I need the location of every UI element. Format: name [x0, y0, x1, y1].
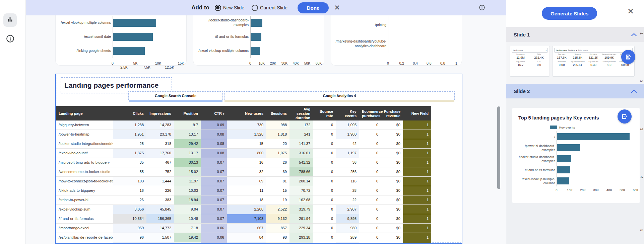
page-marker: 3	[640, 128, 644, 130]
radio-current-slide[interactable]: Current Slide	[252, 5, 287, 11]
column-header-ctr[interactable]: CTR▾	[201, 110, 227, 117]
info-icon[interactable]	[479, 4, 485, 12]
axis-tick: 10K	[155, 61, 162, 65]
value-cell: 2,522	[266, 205, 289, 214]
landing-page-cell: /compare-two-columns-excel-vlook...	[56, 242, 113, 244]
metric-label: Avg. position	[511, 61, 530, 63]
axis-tick: 60K	[633, 188, 639, 192]
add-slide-button[interactable]	[621, 50, 635, 64]
value-cell: 667	[227, 224, 266, 233]
mini-scorecard: Key event rate0.30	[585, 61, 601, 67]
column-header-clicks: Clicks	[113, 110, 146, 117]
metric-label: Impressions	[511, 54, 530, 55]
axis-tick: 50K	[620, 188, 625, 192]
value-cell: 0	[313, 139, 336, 148]
value-cell: 7.18	[174, 224, 201, 233]
info-icon[interactable]	[5, 33, 15, 44]
add-to-label: Add to	[191, 4, 209, 11]
value-cell: $0	[381, 139, 403, 148]
preview-scorecard-group-gsc: Landing page ▾ Impressions11.9MClicks232…	[510, 46, 550, 77]
value-cell: 19.42	[174, 233, 201, 242]
table-row: /excel-vba-countif1,37517,76013.170.0880…	[56, 149, 431, 158]
value-cell: 0.07	[201, 177, 227, 186]
value-cell: $0	[381, 167, 403, 176]
value-cell: 1,223	[227, 242, 266, 244]
value-cell: 14,772	[146, 224, 174, 233]
column-header-sessions: Sessions	[266, 110, 289, 117]
value-cell: 293.18	[289, 233, 313, 242]
value-cell: $0	[381, 186, 403, 195]
bar	[557, 144, 580, 151]
value-cell: 291.94	[289, 214, 313, 223]
axis-tick: 0.6	[427, 61, 432, 65]
chevron-up-icon[interactable]	[631, 33, 637, 36]
table-row: /woocommerce-to-looker-studio5575215.020…	[56, 167, 431, 177]
landing-page-dropdown[interactable]: Landing page ▾	[512, 48, 548, 53]
group-header-google-analytics-4[interactable]: Google Analytics 4	[224, 91, 455, 100]
value-cell: 319.79	[289, 205, 313, 214]
slides-panel: Generate Slides ✕ Slide 1 Landing page ▾…	[506, 0, 644, 244]
slide-2-header[interactable]: Slide 2	[506, 84, 644, 98]
value-cell: 20	[266, 139, 289, 148]
chart-row: /pricing	[335, 16, 456, 34]
bar	[113, 47, 145, 55]
add-slide-button[interactable]	[618, 109, 632, 124]
dropdown-label: Landing page	[513, 49, 523, 51]
value-cell: 0.07	[201, 167, 227, 176]
chart-row: /power-bi-dashboard-examples	[516, 142, 636, 153]
group-header-google-search-console[interactable]: Google Search Console	[128, 91, 223, 100]
value-cell: 1,755	[113, 242, 146, 244]
axis-tick: 60K	[316, 61, 322, 65]
chart-tool-button[interactable]	[3, 13, 17, 27]
value-cell: 0.07	[201, 195, 227, 205]
axis-tick: 10K	[259, 61, 265, 65]
legend-swatch	[550, 126, 557, 129]
value-cell: 0	[313, 120, 336, 130]
table-row: /bigquery-between1,23814,2839.70.0973098…	[56, 120, 431, 130]
value-cell: 229.34	[289, 224, 313, 233]
value-cell: 22	[336, 195, 359, 205]
landing-page-filter[interactable]: Landing page Contains ▾ Enter a value	[554, 48, 633, 53]
value-cell: 1,980	[336, 130, 359, 139]
value-cell: 1,328	[227, 130, 266, 139]
value-cell: $0	[381, 233, 403, 242]
value-cell: 1,951	[113, 130, 146, 139]
landing-pages-table-card[interactable]: Landing pages performance Google Search …	[55, 74, 462, 244]
done-button[interactable]: Done	[298, 2, 329, 13]
filter-placeholder: Enter a value	[578, 49, 588, 51]
axis-tick: 15K	[178, 61, 184, 65]
table-title-box[interactable]: Landing pages performance	[61, 77, 172, 93]
chevron-up-icon[interactable]	[631, 90, 637, 93]
category-label: /looker-studio-dashboard-examples	[197, 18, 250, 27]
bar-track	[557, 164, 636, 175]
close-icon[interactable]: ✕	[627, 7, 634, 15]
metric-value: 1.0	[601, 63, 617, 67]
value-cell: 116	[336, 177, 359, 186]
preview-scorecard-group-ga4: Landing page Contains ▾ Enter a value Ne…	[552, 46, 635, 77]
value-cell: $0	[381, 149, 403, 158]
bar	[557, 133, 630, 140]
value-cell: 84	[227, 233, 266, 242]
value-cell: 980	[336, 224, 359, 233]
value-cell: 959	[113, 224, 146, 233]
metric-value: 0.00	[554, 63, 570, 67]
page-marker: 4	[640, 176, 644, 178]
value-cell: 730	[227, 120, 266, 130]
axis-tick: 12.5K	[165, 65, 174, 69]
bar-track	[388, 34, 456, 53]
value-cell: 19	[266, 195, 289, 205]
generate-slides-button[interactable]: Generate Slides	[542, 7, 597, 20]
value-cell: 26	[113, 195, 146, 205]
category-label: /marketing-dashboards/youtube-analytics-…	[335, 39, 388, 48]
scrollbar-thumb[interactable]	[497, 106, 500, 189]
value-cell: 0	[313, 177, 336, 186]
value-cell: 0.08	[201, 130, 227, 139]
value-cell: 752	[146, 167, 174, 176]
axis-tick: 0	[556, 188, 557, 192]
slide-1-header[interactable]: Slide 1	[506, 27, 644, 42]
radio-new-slide[interactable]: New Slide	[215, 5, 244, 11]
bar-track	[388, 16, 456, 34]
value-cell: 0.07	[201, 214, 227, 223]
close-icon[interactable]: ✕	[334, 4, 340, 11]
value-cell: 55	[113, 167, 146, 176]
